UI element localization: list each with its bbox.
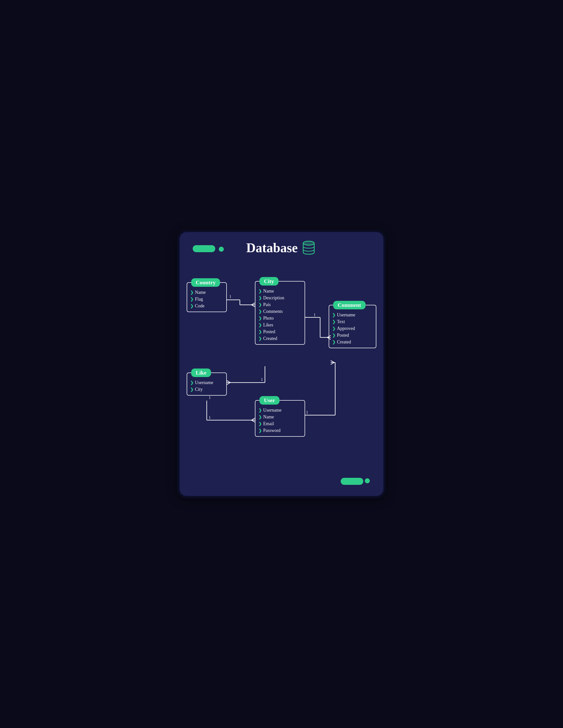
field-country-flag: ❯ Flag [190,297,222,302]
field-city-photo: ❯ Photo [258,316,301,321]
crowfoot-l2 [227,383,230,385]
header-dot [219,247,224,252]
crowfoot-uc1 [331,360,334,362]
field-city-created: ❯ Created [258,336,301,341]
field-like-city: ❯ City [190,387,222,392]
title-text: Database [246,240,298,255]
crowfoot-u2 [251,420,255,422]
field-user-email: ❯ Email [258,421,301,426]
entity-comment: Comment ❯ Username ❯ Text ❯ Approved ❯ P… [329,305,376,348]
field-comment-approved: ❯ Approved [332,326,372,331]
field-comment-username: ❯ Username [332,312,372,318]
field-city-description: ❯ Description [258,295,301,301]
field-comment-created: ❯ Created [332,339,372,345]
entity-city-fields: ❯ Name ❯ Description ❯ País ❯ Comments ❯… [255,282,305,344]
label-like-user: 1 [209,415,211,420]
label-city-comment: 1 [314,313,316,317]
label-city-like: 1 [261,377,263,382]
arrow-icon: ❯ [258,329,262,334]
footer-dot [365,478,370,483]
page-title: Database [246,240,317,256]
arrow-icon: ❯ [258,309,262,314]
entity-comment-fields: ❯ Username ❯ Text ❯ Approved ❯ Posted ❯ … [329,305,376,348]
label-like-city: 1 [209,395,211,400]
entity-user-fields: ❯ Username ❯ Name ❯ Email ❯ Password [255,401,305,436]
arrow-icon: ❯ [332,313,336,317]
field-city-pais: ❯ País [258,302,301,307]
field-user-username: ❯ Username [258,408,301,413]
entity-country: Country ❯ Name ❯ Flag ❯ Code [187,282,227,312]
field-user-password: ❯ Password [258,428,301,433]
arrow-icon: ❯ [190,290,193,295]
arrow-icon: ❯ [258,336,262,341]
entity-comment-header: Comment [333,301,366,309]
arrow-icon: ❯ [258,408,262,413]
arrow-icon: ❯ [332,333,336,338]
arrow-icon: ❯ [258,302,262,307]
svg-point-1 [303,241,315,245]
field-comment-posted: ❯ Posted [332,333,372,338]
arrow-icon: ❯ [258,421,262,426]
entity-like-header: Like [191,369,211,377]
arrow-icon: ❯ [190,304,193,308]
crowfoot-l1 [227,381,230,383]
crowfoot-uc2 [331,362,334,365]
arrow-icon: ❯ [258,415,262,419]
arrow-icon: ❯ [258,323,262,327]
arrow-icon: ❯ [258,428,262,433]
arrow-icon: ❯ [190,387,193,392]
entity-like: Like ❯ Username ❯ City [187,373,227,396]
field-city-name: ❯ Name [258,289,301,294]
header-pill [193,245,215,252]
crowfoot2 [251,305,255,307]
arrow-icon: ❯ [258,289,262,294]
field-city-comments: ❯ Comments [258,309,301,314]
field-city-likes: ❯ Likes [258,322,301,328]
arrow-icon: ❯ [332,326,336,331]
entity-city: City ❯ Name ❯ Description ❯ País ❯ Comme… [255,281,305,345]
field-country-name: ❯ Name [190,290,222,295]
entity-user-header: User [259,396,279,405]
database-icon [301,240,317,256]
entity-user: User ❯ Username ❯ Name ❯ Email ❯ Passwor… [255,400,305,437]
canvas: Database Country ❯ Name ❯ Flag ❯ Code [179,231,384,497]
footer-pill [341,478,363,485]
field-user-name: ❯ Name [258,414,301,420]
connectors-layer: 1 1 1 1 1 [180,232,383,496]
field-country-code: ❯ Code [190,303,222,309]
label-user-comment: 1 [306,410,308,414]
label-country-city: 1 [229,294,231,299]
entity-city-header: City [259,277,278,286]
arrow-icon: ❯ [332,340,336,344]
arrow-icon: ❯ [190,380,193,385]
field-like-username: ❯ Username [190,380,222,385]
crowfoot1 [251,303,255,305]
entity-country-fields: ❯ Name ❯ Flag ❯ Code [187,283,226,312]
arrow-icon: ❯ [258,316,262,321]
crowfoot-u1 [251,418,255,420]
arrow-icon: ❯ [190,297,193,302]
arrow-icon: ❯ [258,296,262,300]
field-comment-text: ❯ Text [332,319,372,324]
entity-country-header: Country [191,278,220,287]
arrow-icon: ❯ [332,319,336,324]
field-city-posted: ❯ Posted [258,329,301,334]
